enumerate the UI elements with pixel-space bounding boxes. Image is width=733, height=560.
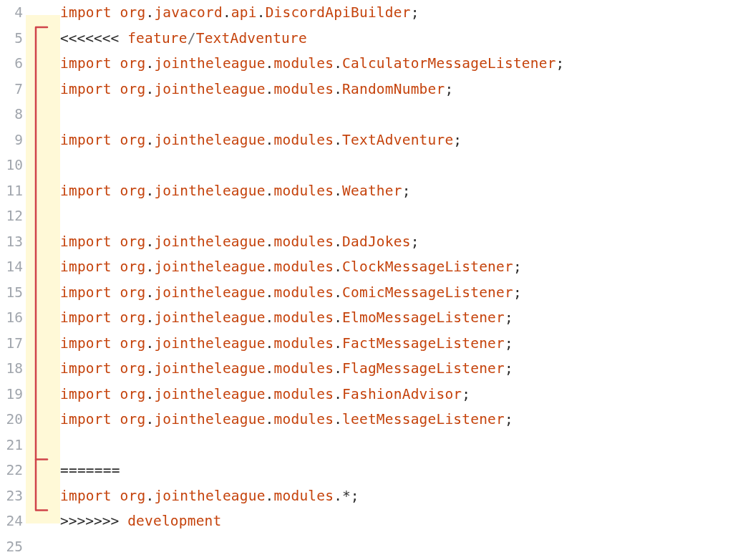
keyword-import: import	[60, 411, 112, 428]
class-name: leetMessageListener	[342, 411, 505, 428]
package-segment: jointheleague	[154, 55, 265, 72]
line-number: 25	[0, 534, 23, 560]
package-segment: modules	[274, 259, 334, 275]
merge-conflict-start[interactable]: <<<<<<< feature/TextAdventure	[60, 26, 733, 52]
line-number: 14	[0, 254, 23, 280]
package-segment: jointheleague	[154, 284, 265, 301]
blank-line[interactable]	[60, 534, 733, 560]
package-segment: modules	[274, 411, 334, 428]
package-segment: org	[120, 488, 146, 504]
package-segment: org	[120, 132, 146, 148]
keyword-import: import	[60, 309, 112, 326]
package-segment: modules	[274, 233, 334, 250]
code-line[interactable]: import org.jointheleague.modules.*;	[60, 483, 733, 509]
package-segment: jointheleague	[154, 411, 265, 428]
keyword-import: import	[60, 55, 112, 72]
class-name: Weather	[342, 183, 402, 199]
code-line[interactable]: import org.javacord.api.DiscordApiBuilde…	[60, 0, 733, 26]
blank-line[interactable]	[60, 433, 733, 458]
conflict-branch: feature	[127, 30, 188, 47]
package-segment: org	[120, 4, 146, 21]
package-segment: jointheleague	[154, 183, 265, 199]
package-segment: org	[120, 411, 146, 428]
package-segment: modules	[274, 386, 334, 402]
package-segment: org	[120, 183, 146, 199]
package-segment: modules	[274, 309, 334, 326]
conflict-marker: =======	[60, 462, 120, 478]
code-line[interactable]: import org.jointheleague.modules.leetMes…	[60, 407, 733, 433]
code-editor[interactable]: 45678910111213141516171819202122232425 i…	[0, 0, 733, 560]
code-line[interactable]: import org.jointheleague.modules.DadJoke…	[60, 229, 733, 255]
package-segment: jointheleague	[154, 233, 265, 250]
line-number: 19	[0, 382, 23, 407]
package-segment: org	[120, 81, 146, 97]
line-number: 10	[0, 153, 23, 178]
keyword-import: import	[60, 259, 112, 275]
package-segment: org	[120, 335, 146, 352]
code-line[interactable]: import org.jointheleague.modules.ComicMe…	[60, 280, 733, 306]
line-number: 13	[0, 229, 23, 255]
class-name: DiscordApiBuilder	[266, 4, 411, 21]
line-number: 17	[0, 331, 23, 357]
keyword-import: import	[60, 386, 112, 402]
conflict-branch: TextAdventure	[196, 30, 307, 47]
line-number: 11	[0, 178, 23, 204]
package-segment: modules	[274, 360, 334, 377]
code-line[interactable]: import org.jointheleague.modules.FlagMes…	[60, 356, 733, 382]
merge-conflict-end[interactable]: >>>>>>> development	[60, 508, 733, 534]
class-name: TextAdventure	[342, 132, 453, 148]
conflict-highlight	[26, 15, 60, 523]
package-segment: modules	[274, 183, 334, 199]
code-line[interactable]: import org.jointheleague.modules.Fashion…	[60, 382, 733, 407]
package-segment: org	[120, 284, 146, 301]
class-name: ClockMessageListener	[342, 259, 513, 275]
line-number: 16	[0, 305, 23, 331]
code-line[interactable]: import org.jointheleague.modules.Weather…	[60, 178, 733, 204]
code-area[interactable]: import org.javacord.api.DiscordApiBuilde…	[60, 0, 733, 560]
conflict-highlight-column	[26, 0, 60, 560]
slash-icon: /	[188, 30, 196, 47]
merge-conflict-separator[interactable]: =======	[60, 458, 733, 483]
package-segment: org	[120, 386, 146, 402]
keyword-import: import	[60, 4, 112, 21]
package-segment: jointheleague	[154, 259, 265, 275]
package-segment: org	[120, 55, 146, 72]
package-segment: jointheleague	[154, 335, 265, 352]
keyword-import: import	[60, 335, 112, 352]
package-segment: jointheleague	[154, 81, 265, 97]
package-segment: modules	[274, 81, 334, 97]
line-number: 23	[0, 483, 23, 509]
line-number: 7	[0, 77, 23, 102]
code-line[interactable]: import org.jointheleague.modules.FactMes…	[60, 331, 733, 357]
line-number: 18	[0, 356, 23, 382]
package-segment: modules	[274, 335, 334, 352]
blank-line[interactable]	[60, 203, 733, 229]
code-line[interactable]: import org.jointheleague.modules.ElmoMes…	[60, 305, 733, 331]
package-segment: org	[120, 360, 146, 377]
package-segment: jointheleague	[154, 488, 265, 504]
blank-line[interactable]	[60, 153, 733, 178]
package-segment: jointheleague	[154, 386, 265, 402]
package-segment: jointheleague	[154, 309, 265, 326]
code-line[interactable]: import org.jointheleague.modules.RandomN…	[60, 77, 733, 102]
package-segment: modules	[274, 284, 334, 301]
code-line[interactable]: import org.jointheleague.modules.TextAdv…	[60, 127, 733, 153]
line-number: 20	[0, 407, 23, 433]
line-number: 24	[0, 508, 23, 534]
keyword-import: import	[60, 183, 112, 199]
keyword-import: import	[60, 233, 112, 250]
blank-line[interactable]	[60, 102, 733, 127]
line-number-gutter: 45678910111213141516171819202122232425	[0, 0, 26, 560]
class-name: ElmoMessageListener	[342, 309, 505, 326]
line-number: 8	[0, 102, 23, 127]
line-number: 22	[0, 458, 23, 483]
line-number: 21	[0, 433, 23, 458]
class-name: FashionAdvisor	[342, 386, 462, 402]
line-number: 12	[0, 203, 23, 229]
code-line[interactable]: import org.jointheleague.modules.Calcula…	[60, 51, 733, 77]
line-number: 6	[0, 51, 23, 77]
keyword-import: import	[60, 360, 112, 377]
class-name: DadJokes	[342, 233, 411, 250]
code-line[interactable]: import org.jointheleague.modules.ClockMe…	[60, 254, 733, 280]
class-name: FactMessageListener	[342, 335, 505, 352]
